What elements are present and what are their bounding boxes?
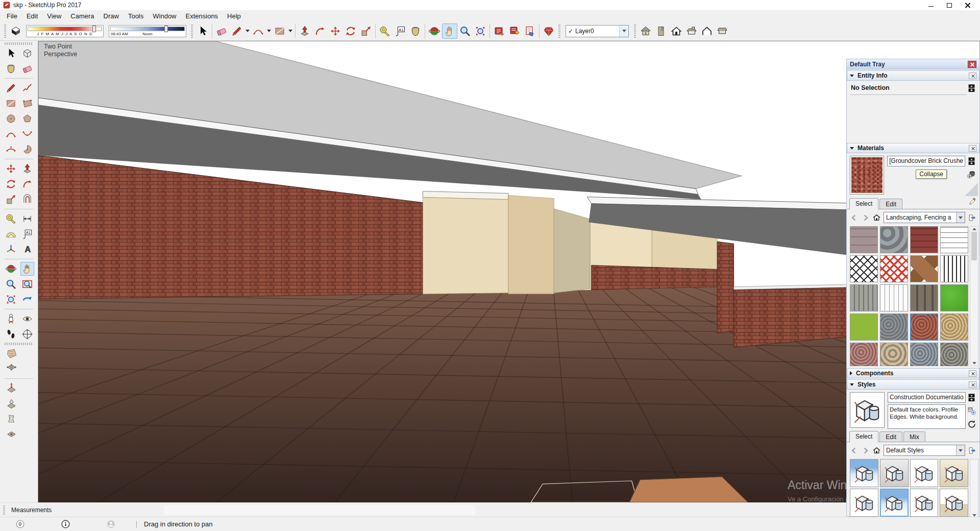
eraser-tool-button[interactable] bbox=[20, 62, 34, 76]
model-red-1-button[interactable] bbox=[492, 23, 507, 39]
measurements-input[interactable] bbox=[164, 505, 475, 515]
menu-item[interactable]: Tools bbox=[124, 11, 148, 21]
arc-tool-button[interactable] bbox=[4, 127, 18, 141]
create-style-button[interactable] bbox=[967, 406, 976, 416]
close-button[interactable] bbox=[959, 1, 977, 10]
menu-item[interactable]: View bbox=[42, 11, 66, 21]
material-swatch[interactable] bbox=[850, 284, 878, 311]
shadow-time-slider[interactable]: 06:43 AM Noon 04:45 PM bbox=[109, 25, 186, 37]
push-pull-tool-button[interactable] bbox=[20, 162, 34, 176]
active-material-thumbnail[interactable] bbox=[850, 156, 884, 195]
rectangle-tool-button[interactable] bbox=[4, 96, 18, 110]
material-swatch[interactable] bbox=[850, 255, 878, 282]
toolbar-grip[interactable] bbox=[558, 25, 560, 38]
toolbar-grip[interactable] bbox=[4, 25, 6, 38]
previous-view-button[interactable] bbox=[20, 293, 34, 306]
credits-info-button[interactable] bbox=[61, 519, 70, 529]
toolbar-grip[interactable] bbox=[191, 25, 193, 38]
material-swatch[interactable] bbox=[910, 343, 938, 366]
three-point-arc-button[interactable] bbox=[4, 142, 18, 156]
look-around-button[interactable] bbox=[20, 312, 34, 326]
menu-item[interactable]: Window bbox=[148, 11, 181, 21]
house-dormer-button[interactable] bbox=[684, 23, 699, 39]
materials-tab-select[interactable]: Select bbox=[849, 198, 878, 209]
materials-header[interactable]: Materials bbox=[847, 143, 979, 153]
refresh-style-button[interactable] bbox=[967, 419, 976, 429]
add-detail-button[interactable] bbox=[5, 427, 18, 441]
menu-item[interactable]: Draw bbox=[99, 11, 124, 21]
line-tool-dropdown[interactable] bbox=[244, 23, 251, 39]
layer-dropdown-button[interactable] bbox=[619, 26, 628, 37]
toolbar-grip[interactable] bbox=[5, 42, 33, 45]
sign-in-button[interactable] bbox=[106, 519, 116, 529]
material-swatch[interactable] bbox=[940, 343, 968, 366]
material-name-input[interactable]: [Groundcover Brick Crushe bbox=[887, 156, 965, 166]
orbit-tool-button[interactable] bbox=[4, 262, 18, 276]
zoom-tool-button[interactable] bbox=[457, 23, 473, 39]
scale-tool-button[interactable] bbox=[358, 23, 374, 39]
forward-arrow-button[interactable] bbox=[861, 446, 870, 455]
styles-tab-select[interactable]: Select bbox=[849, 431, 878, 442]
style-thumbnail[interactable] bbox=[910, 489, 939, 517]
sample-paint-button[interactable] bbox=[968, 197, 977, 209]
dimension-tool-button[interactable] bbox=[20, 212, 34, 226]
material-swatch[interactable] bbox=[940, 255, 968, 282]
push-pull-tool-button[interactable] bbox=[297, 23, 312, 39]
style-thumbnail[interactable] bbox=[880, 459, 909, 487]
text-tool-button[interactable] bbox=[393, 23, 408, 39]
materials-tab-edit[interactable]: Edit bbox=[879, 199, 902, 209]
entity-info-close-button[interactable] bbox=[969, 73, 976, 79]
scroll-up-icon[interactable] bbox=[972, 228, 976, 230]
two-point-arc-button[interactable] bbox=[20, 127, 34, 141]
rotated-rectangle-button[interactable] bbox=[20, 96, 34, 110]
material-category-dropdown[interactable]: Landscaping, Fencing a bbox=[884, 212, 965, 223]
house-flat-button[interactable] bbox=[715, 23, 730, 39]
position-camera-button[interactable] bbox=[4, 312, 18, 326]
home-button[interactable] bbox=[872, 213, 881, 222]
rotate-tool-button[interactable] bbox=[4, 177, 18, 191]
offset-tool-button[interactable] bbox=[20, 192, 34, 206]
style-thumbnail[interactable] bbox=[940, 459, 968, 487]
style-name-input[interactable]: Construction Documentatio bbox=[888, 392, 966, 403]
secondary-pane-toggle-icon[interactable] bbox=[967, 156, 976, 166]
toolbar-grip[interactable] bbox=[3, 505, 5, 515]
follow-me-tool-button[interactable] bbox=[312, 23, 328, 39]
tape-measure-button[interactable] bbox=[4, 212, 18, 226]
section-plane-button[interactable] bbox=[20, 327, 34, 341]
stamp-button[interactable] bbox=[5, 397, 18, 411]
sample-corner-icon[interactable] bbox=[965, 183, 978, 196]
components-close-button[interactable] bbox=[969, 370, 976, 377]
send-to-layout-button[interactable] bbox=[522, 23, 537, 39]
zoom-extents-button[interactable] bbox=[4, 293, 18, 306]
cabinet-button[interactable] bbox=[653, 23, 669, 39]
tray-close-button[interactable] bbox=[968, 61, 976, 68]
house-3d-button[interactable] bbox=[638, 23, 653, 39]
text-tool-button[interactable] bbox=[20, 227, 34, 241]
menu-item[interactable]: File bbox=[2, 11, 22, 21]
rotate-tool-button[interactable] bbox=[343, 23, 358, 39]
layer-dropdown[interactable]: ✓ Layer0 bbox=[566, 25, 629, 37]
styles-header[interactable]: Styles bbox=[847, 379, 979, 390]
scroll-down-icon[interactable] bbox=[972, 362, 976, 365]
styles-tab-edit[interactable]: Edit bbox=[879, 431, 902, 442]
house-gable-button[interactable] bbox=[699, 23, 715, 39]
shadow-settings-button[interactable] bbox=[8, 23, 23, 39]
material-swatch[interactable] bbox=[850, 343, 878, 366]
forward-arrow-button[interactable] bbox=[861, 213, 870, 222]
components-header[interactable]: Components bbox=[847, 368, 979, 378]
toolbar-grip[interactable] bbox=[5, 343, 33, 345]
follow-me-tool-button[interactable] bbox=[20, 177, 34, 191]
menu-item[interactable]: Edit bbox=[22, 11, 42, 21]
material-swatch[interactable] bbox=[940, 226, 968, 253]
material-swatch[interactable] bbox=[850, 226, 878, 253]
active-style-thumbnail[interactable] bbox=[850, 392, 885, 428]
drape-button[interactable] bbox=[5, 412, 18, 426]
back-arrow-button[interactable] bbox=[850, 213, 859, 222]
style-thumbnail[interactable] bbox=[850, 459, 878, 487]
restore-button[interactable] bbox=[940, 1, 959, 10]
house-door-button[interactable] bbox=[669, 23, 684, 39]
back-arrow-button[interactable] bbox=[850, 446, 859, 455]
shadow-date-slider[interactable]: J F M A M J J A S O N D bbox=[26, 25, 104, 37]
style-thumbnail[interactable] bbox=[910, 459, 939, 487]
styles-close-button[interactable] bbox=[969, 381, 976, 388]
